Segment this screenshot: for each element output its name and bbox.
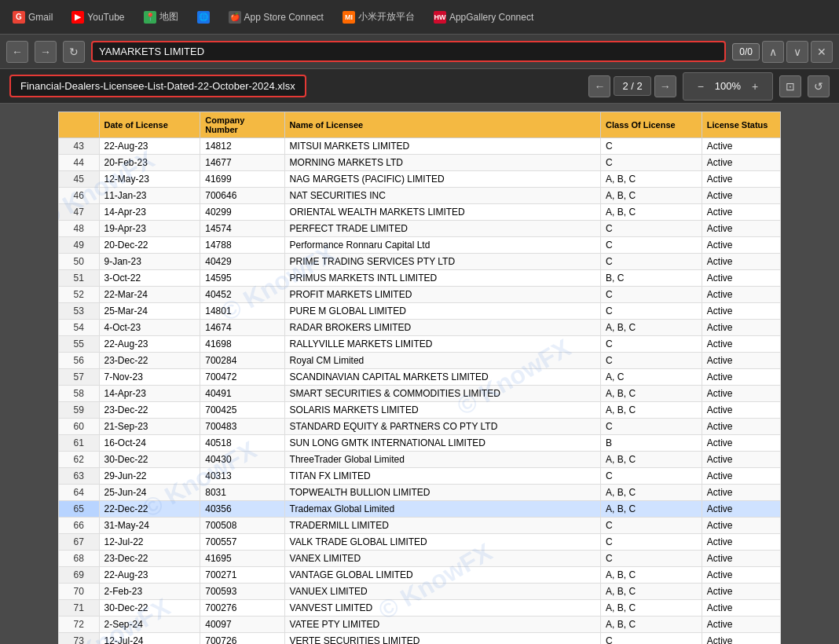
cell-company: 700483 <box>200 419 284 435</box>
table-row: 5923-Dec-22700425SOLARIS MARKETS LIMITED… <box>59 402 781 419</box>
cell-date: 14-Apr-23 <box>99 386 200 402</box>
cell-status: Active <box>702 617 780 633</box>
table-row: 6021-Sep-23700483STANDARD EQUITY & PARTN… <box>59 419 781 435</box>
cell-status: Active <box>702 138 780 155</box>
row-index: 57 <box>59 369 100 386</box>
table-row: 7312-Jul-24700726VERTE SECURITIES LIMITE… <box>59 633 781 645</box>
back-button[interactable]: ← <box>6 41 28 63</box>
cell-company: 41699 <box>200 171 284 188</box>
cell-date: 30-Dec-22 <box>99 452 200 468</box>
cell-class: A, B, C <box>601 386 702 402</box>
cell-date: 30-Dec-22 <box>99 600 200 617</box>
cell-name: VANUEX LIMITED <box>284 584 600 600</box>
cell-company: 700472 <box>200 369 284 386</box>
table-row: 5325-Mar-2414801PURE M GLOBAL LIMITEDCAc… <box>59 303 781 320</box>
cell-name: Trademax Global Limited <box>284 501 600 518</box>
rotate-button[interactable]: ↺ <box>808 75 830 97</box>
table-row: 6631-May-24700508TRADERMILL LIMITEDCActi… <box>59 518 781 534</box>
cell-date: 20-Dec-22 <box>99 237 200 254</box>
row-index: 67 <box>59 534 100 551</box>
cell-name: TOPWEALTH BULLION LIMITED <box>284 485 600 501</box>
cell-date: 23-Dec-22 <box>99 551 200 567</box>
cell-date: 2-Sep-24 <box>99 617 200 633</box>
row-index: 53 <box>59 303 100 320</box>
row-index: 51 <box>59 270 100 287</box>
cell-date: 20-Feb-23 <box>99 155 200 171</box>
row-index: 63 <box>59 468 100 485</box>
refresh-button[interactable]: ↻ <box>63 41 85 63</box>
cell-status: Active <box>702 452 780 468</box>
table-row: 6823-Dec-2241695VANEX LIMITEDCActive <box>59 551 781 567</box>
tab-gmail-label: Gmail <box>28 12 53 23</box>
cell-company: 8031 <box>200 485 284 501</box>
cell-name: PRIME TRADING SERVICES PTY LTD <box>284 254 600 270</box>
apple-icon: 🍎 <box>229 11 241 24</box>
cell-name: VALK TRADE GLOBAL LIMITED <box>284 534 600 551</box>
col-header-class: Class Of License <box>601 112 702 138</box>
zoom-in-button[interactable]: + <box>744 75 766 97</box>
cell-status: Active <box>702 204 780 221</box>
table-row: 6712-Jul-22700557VALK TRADE GLOBAL LIMIT… <box>59 534 781 551</box>
cell-date: 25-Jun-24 <box>99 485 200 501</box>
tab-bar: G Gmail ▶ YouTube 📍 地图 🌐 🍎 App Store Con… <box>0 0 839 35</box>
row-index: 45 <box>59 171 100 188</box>
cell-class: C <box>601 155 702 171</box>
cell-company: 40518 <box>200 435 284 452</box>
close-search-button[interactable]: ✕ <box>811 41 833 63</box>
fit-page-button[interactable]: ⊡ <box>779 75 801 97</box>
col-header-index <box>59 112 100 138</box>
prev-match-button[interactable]: ∧ <box>762 41 784 63</box>
cell-name: PROFIT MARKETS LIMITED <box>284 287 600 303</box>
cell-date: 7-Nov-23 <box>99 369 200 386</box>
cell-date: 22-Aug-23 <box>99 567 200 584</box>
next-page-button[interactable]: → <box>654 75 676 97</box>
cell-class: C <box>601 468 702 485</box>
cell-company: 700284 <box>200 353 284 369</box>
address-input[interactable] <box>91 41 726 62</box>
cell-class: C <box>601 353 702 369</box>
next-match-button[interactable]: ∨ <box>786 41 808 63</box>
table-row: 702-Feb-23700593VANUEX LIMITEDA, B, CAct… <box>59 584 781 600</box>
globe-icon: 🌐 <box>197 11 210 24</box>
tab-globe[interactable]: 🌐 <box>191 8 216 27</box>
table-row: 6425-Jun-248031TOPWEALTH BULLION LIMITED… <box>59 485 781 501</box>
cell-date: 23-Dec-22 <box>99 402 200 419</box>
cell-date: 22-Aug-23 <box>99 138 200 155</box>
tab-youtube-label: YouTube <box>87 12 124 23</box>
table-body: 4322-Aug-2314812MITSUI MARKETS LIMITEDCA… <box>59 138 781 645</box>
zoom-out-button[interactable]: − <box>690 75 712 97</box>
cell-class: C <box>601 518 702 534</box>
cell-status: Active <box>702 386 780 402</box>
tab-huawei[interactable]: HW AppGallery Connect <box>427 8 540 27</box>
row-index: 61 <box>59 435 100 452</box>
cell-status: Active <box>702 402 780 419</box>
prev-page-button[interactable]: ← <box>588 75 610 97</box>
tab-mi[interactable]: MI 小米开放平台 <box>336 7 421 27</box>
cell-company: 14574 <box>200 221 284 237</box>
row-index: 60 <box>59 419 100 435</box>
cell-date: 25-Mar-24 <box>99 303 200 320</box>
cell-name: VANTAGE GLOBAL LIMITED <box>284 567 600 584</box>
cell-class: A, B, C <box>601 617 702 633</box>
cell-company: 14674 <box>200 320 284 336</box>
row-index: 50 <box>59 254 100 270</box>
tab-appstore[interactable]: 🍎 App Store Connect <box>222 8 330 27</box>
tab-maps[interactable]: 📍 地图 <box>137 7 185 27</box>
table-header-row: Date of License Company Number Name of L… <box>59 112 781 138</box>
row-index: 49 <box>59 237 100 254</box>
cell-date: 12-Jul-22 <box>99 534 200 551</box>
cell-company: 41698 <box>200 336 284 353</box>
table-row: 4420-Feb-2314677MORNING MARKETS LTDCActi… <box>59 155 781 171</box>
tab-gmail[interactable]: G Gmail <box>6 8 59 27</box>
cell-status: Active <box>702 270 780 287</box>
cell-name: STANDARD EQUITY & PARTNERS CO PTY LTD <box>284 419 600 435</box>
row-index: 54 <box>59 320 100 336</box>
table-row: 5623-Dec-22700284Royal CM LimitedCActive <box>59 353 781 369</box>
tab-huawei-label: AppGallery Connect <box>449 12 533 23</box>
cell-status: Active <box>702 501 780 518</box>
forward-button[interactable]: → <box>35 41 57 63</box>
huawei-icon: HW <box>434 11 446 24</box>
tab-youtube[interactable]: ▶ YouTube <box>65 8 130 27</box>
tab-appstore-label: App Store Connect <box>244 12 324 23</box>
cell-name: SCANDINAVIAN CAPITAL MARKETS LIMITED <box>284 369 600 386</box>
